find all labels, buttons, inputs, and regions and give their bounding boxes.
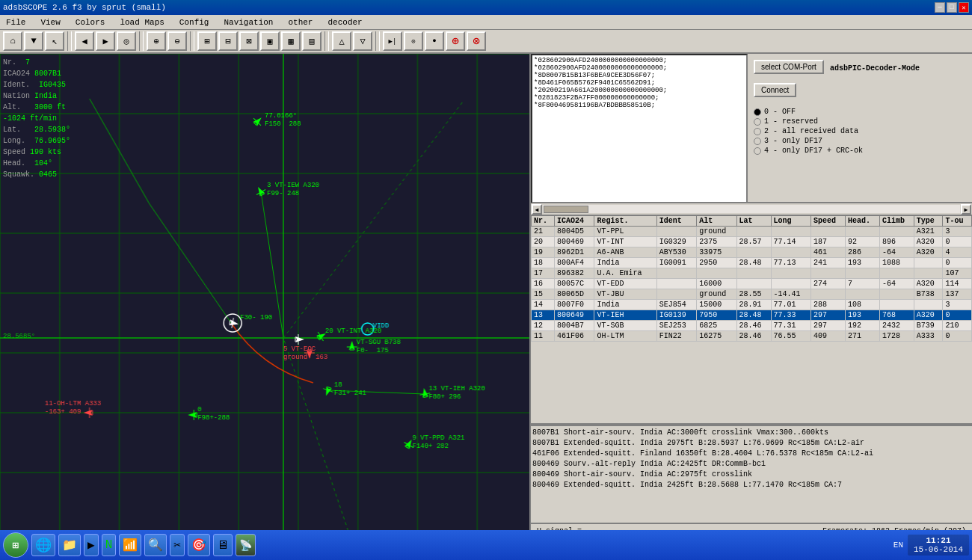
taskbar-media[interactable]: ▶ <box>84 534 99 556</box>
tb-btn-grid1[interactable]: ⊞ <box>197 31 217 51</box>
map-area[interactable]: Nr. 7 ICAO24 8007B1 Ident. IG0435 Nation… <box>0 54 531 560</box>
tb-btn-up[interactable]: △ <box>332 31 351 51</box>
col-header-regist[interactable]: Regist. <box>594 216 656 227</box>
table-row[interactable]: 148007F0IndiaSEJ8541500028.9177.01288108… <box>532 300 972 310</box>
tb-btn-zoomin[interactable]: ⊕ <box>147 31 166 51</box>
radio-option-3[interactable]: 3 - only DF17 <box>754 137 966 145</box>
radio-btn-0[interactable] <box>754 108 761 116</box>
hex-scrollbar[interactable]: ◀ ▶ <box>531 203 972 215</box>
tb-btn-grid6[interactable]: ▤ <box>302 31 322 51</box>
menu-file[interactable]: File <box>3 17 28 28</box>
radio-btn-1[interactable] <box>754 118 761 126</box>
tb-btn-home[interactable]: ⌂ <box>3 31 22 51</box>
col-header-speed[interactable]: Speed <box>810 216 845 227</box>
tb-btn-grid4[interactable]: ▣ <box>260 31 280 51</box>
cell-5-7: 274 <box>810 279 845 289</box>
col-header-long[interactable]: Long <box>771 216 810 227</box>
taskbar-ie[interactable]: 🌐 <box>31 534 55 556</box>
tb-btn-target[interactable]: ◎ <box>117 31 136 51</box>
select-com-port-btn[interactable]: select COM-Port <box>754 60 824 74</box>
radio-option-0[interactable]: 0 - OFF <box>754 108 966 116</box>
cell-0-5 <box>736 227 771 237</box>
taskbar-nav[interactable]: N <box>102 534 117 556</box>
tb-btn-grid5[interactable]: ▦ <box>281 31 301 51</box>
col-header-climb[interactable]: Climb <box>879 216 914 227</box>
col-header-head[interactable]: Head. <box>845 216 879 227</box>
menu-decoder[interactable]: decoder <box>324 17 365 28</box>
col-header-type[interactable]: Type <box>914 216 943 227</box>
col-header-alt[interactable]: Alt <box>697 216 736 227</box>
window-controls[interactable]: — □ ✕ <box>935 2 969 13</box>
menu-loadmaps[interactable]: load Maps <box>117 17 167 28</box>
log-line: 461F06 Extended-squitt. Finland 16350ft … <box>532 449 971 459</box>
taskbar-search[interactable]: 🔍 <box>144 534 167 556</box>
col-header-lat[interactable]: Lat <box>736 216 771 227</box>
table-row[interactable]: 1680057CVT-EDD160002747-64A320114 <box>532 279 972 289</box>
connect-btn[interactable]: Connect <box>754 83 796 97</box>
radio-option-2[interactable]: 2 - all received data <box>754 127 966 135</box>
table-body[interactable]: 218004D5VT-PPLgroundA321320800469VT-INTI… <box>532 227 972 342</box>
tb-btn-opt1[interactable]: ▶| <box>383 31 402 51</box>
tb-btn-opt4[interactable]: ⊕ <box>446 31 465 51</box>
taskbar-adsb[interactable]: 📡 <box>236 534 256 556</box>
start-button[interactable]: ⊞ <box>3 532 28 558</box>
scroll-left-btn[interactable]: ◀ <box>532 204 542 215</box>
table-row[interactable]: 20800469VT-INTIG0329237528.5777.14187928… <box>532 237 972 247</box>
tb-btn-grid3[interactable]: ⊠ <box>239 31 259 51</box>
col-header-t-ou[interactable]: T-ou <box>943 216 972 227</box>
cell-1-1: 800469 <box>555 237 594 247</box>
tb-btn-opt2[interactable]: ⊙ <box>404 31 423 51</box>
hex-data-display[interactable]: *028602900AFD2400000000000000000;*028602… <box>531 54 748 203</box>
cell-8-1: 800649 <box>555 310 594 321</box>
taskbar-app1[interactable]: 🎯 <box>188 534 210 556</box>
edit-icon: ✂ <box>173 538 181 553</box>
radio-btn-3[interactable] <box>754 138 761 145</box>
radio-btn-4[interactable] <box>754 147 761 155</box>
menu-other[interactable]: other <box>285 17 316 28</box>
tb-btn-opt3[interactable]: ● <box>425 31 444 51</box>
taskbar-app2[interactable]: 🖥 <box>213 534 233 556</box>
menu-view[interactable]: View <box>37 17 63 28</box>
close-btn[interactable]: ✕ <box>959 2 969 13</box>
tb-btn-arrow[interactable]: ↖ <box>45 31 64 51</box>
table-row[interactable]: 128004B7VT-SGBSEJ253682528.4677.31297192… <box>532 321 972 331</box>
tb-btn-cursor[interactable]: ▼ <box>24 31 43 51</box>
aircraft-table-container[interactable]: Nr.ICAO24Regist.IdentAltLatLongSpeedHead… <box>531 215 972 425</box>
tb-btn-right[interactable]: ▶ <box>96 31 115 51</box>
table-row[interactable]: 17896382U.A. Emira107 <box>532 268 972 279</box>
cell-9-7: 297 <box>810 321 845 331</box>
radio-btn-2[interactable] <box>754 128 761 135</box>
tb-btn-opt5[interactable]: ⊗ <box>467 31 486 51</box>
maximize-btn[interactable]: □ <box>947 2 957 13</box>
scroll-right-btn[interactable]: ▶ <box>961 204 971 215</box>
taskbar-explorer[interactable]: 📁 <box>58 534 81 556</box>
minimize-btn[interactable]: — <box>935 2 945 13</box>
menu-colors[interactable]: Colors <box>73 17 108 28</box>
squawk-label: Squawk. <box>3 170 34 179</box>
taskbar-edit[interactable]: ✂ <box>170 534 185 556</box>
table-row[interactable]: 198962D1A6-ANBABY53033975461286-64A3204 <box>532 247 972 258</box>
radio-option-4[interactable]: 4 - only DF17 + CRC-ok <box>754 147 966 155</box>
menu-navigation[interactable]: Navigation <box>221 17 276 28</box>
nation-value: India <box>34 92 57 100</box>
tb-btn-dn[interactable]: ▽ <box>353 31 372 51</box>
col-header-icao24[interactable]: ICAO24 <box>555 216 594 227</box>
table-row[interactable]: 13800649VT-IEHIG0139795028.4877.33297193… <box>532 310 972 321</box>
scrollbar-thumb[interactable] <box>544 206 588 213</box>
tb-btn-left[interactable]: ◀ <box>75 31 94 51</box>
table-row[interactable]: 218004D5VT-PPLgroundA3213 <box>532 227 972 237</box>
tb-btn-zoomout[interactable]: ⊖ <box>167 31 187 51</box>
table-row[interactable]: 11461F06OH-LTMFIN221627528.4676.55409271… <box>532 331 972 342</box>
taskbar-wifi[interactable]: 📶 <box>119 534 141 556</box>
col-header-nr[interactable]: Nr. <box>532 216 555 227</box>
cell-0-0: 21 <box>532 227 555 237</box>
table-row[interactable]: 18800AF4IndiaIG0091295028.4877.132411931… <box>532 258 972 268</box>
cell-1-7: 187 <box>810 237 845 247</box>
menu-config[interactable]: Config <box>176 17 212 28</box>
tb-btn-grid2[interactable]: ⊟ <box>218 31 238 51</box>
map-canvas[interactable] <box>0 54 529 560</box>
col-header-ident[interactable]: Ident <box>656 216 696 227</box>
ident-label: Ident. <box>3 81 30 89</box>
table-row[interactable]: 1580065DVT-JBUground28.55-14.41B738137 <box>532 289 972 300</box>
radio-option-1[interactable]: 1 - reserved <box>754 117 966 126</box>
